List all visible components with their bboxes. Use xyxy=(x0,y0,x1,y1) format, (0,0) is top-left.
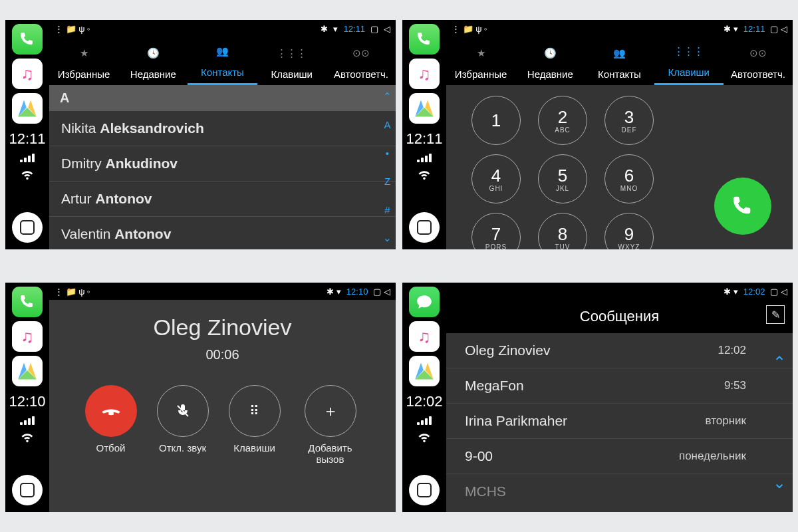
contact-row[interactable]: Artur Antonov xyxy=(49,182,396,217)
app-maps-icon[interactable] xyxy=(409,93,440,124)
key-8[interactable]: 8TUV xyxy=(538,213,587,249)
tab-contacts[interactable]: 👥Контакты xyxy=(188,45,257,85)
signal-icon xyxy=(417,153,432,162)
messages-header: Сообщения ✎ xyxy=(446,300,793,333)
contact-row[interactable]: Dmitry Ankudinov xyxy=(49,146,396,182)
keypad-area: 12ABC3DEF4GHI5JKL6MNO7PQRS8TUV9WXYZ✱0+# xyxy=(446,85,793,249)
home-button[interactable] xyxy=(12,212,43,243)
app-maps-icon[interactable] xyxy=(12,356,43,386)
tab-favorites[interactable]: ★Избранные xyxy=(446,47,515,85)
key-9[interactable]: 9WXYZ xyxy=(604,213,654,249)
section-header: A xyxy=(49,85,396,111)
battery-icon: ▢ xyxy=(370,24,378,34)
signal-icon xyxy=(20,153,35,162)
app-music-icon[interactable]: ♫ xyxy=(409,59,440,89)
tab-favorites[interactable]: ★Избранные xyxy=(49,47,118,85)
tab-recents[interactable]: 🕓Недавние xyxy=(118,47,188,85)
app-maps-icon[interactable] xyxy=(409,356,440,386)
contact-row[interactable]: Valentin Antonov xyxy=(49,217,396,249)
key-5[interactable]: 5JKL xyxy=(538,154,587,203)
messages-title: Сообщения xyxy=(580,308,659,325)
caller-name: Oleg Zinoviev xyxy=(154,315,292,340)
screen-keypad: ♫ 12:11 ⋮ 📁 ψ ◦✱ ▾12:11▢ ◁ ★Избранные 🕓Н… xyxy=(402,20,793,249)
end-call-button[interactable] xyxy=(85,385,137,437)
message-row[interactable]: Irina Parikmaherвторник xyxy=(446,404,793,439)
dock-clock: 12:11 xyxy=(406,130,442,148)
app-phone-icon[interactable] xyxy=(12,24,43,55)
key-2[interactable]: 2ABC xyxy=(538,96,587,145)
screen-messages: ♫ 12:02 ✱ ▾12:02▢ ◁ Сообщения ✎ Oleg Zin… xyxy=(402,283,793,512)
chevron-down-icon[interactable]: ⌄ xyxy=(773,473,786,492)
incall-panel: Oleg Zinoviev 00:06 Отбой Откл. звук ⠿Кл… xyxy=(49,300,396,512)
screen-incall: ♫ 12:10 ⋮ 📁 ψ ◦✱ ▾12:10▢ ◁ Oleg Zinoviev… xyxy=(5,283,396,512)
message-row[interactable]: 9-00понедельник xyxy=(446,439,793,474)
app-messages-icon[interactable] xyxy=(409,287,440,317)
key-7[interactable]: 7PQRS xyxy=(471,213,521,249)
chevron-up-icon[interactable]: ⌃ xyxy=(773,353,786,372)
message-row[interactable]: Oleg Zinoviev12:02 xyxy=(446,333,793,368)
chevron-up-icon[interactable]: ⌃ xyxy=(383,90,392,102)
add-call-button[interactable]: ＋ xyxy=(305,385,356,437)
scroll-indicator[interactable]: ⌃ ⌄ xyxy=(773,353,786,492)
phone-tabs: ★Избранные 🕓Недавние 👥Контакты ⋮⋮⋮Клавиш… xyxy=(49,37,396,85)
call-duration: 00:06 xyxy=(205,347,239,362)
contacts-list: A Nikita Aleksandrovich Dmitry Ankudinov… xyxy=(49,85,396,249)
compose-button[interactable]: ✎ xyxy=(766,305,785,324)
tab-keypad[interactable]: ⋮⋮⋮Клавиши xyxy=(654,45,724,85)
app-music-icon[interactable]: ♫ xyxy=(409,321,440,352)
dock-clock: 12:10 xyxy=(9,393,45,410)
app-maps-icon[interactable] xyxy=(12,93,43,124)
tab-recents[interactable]: 🕓Недавние xyxy=(515,47,585,85)
status-left-icons: ⋮ 📁 ψ ◦ xyxy=(55,24,90,34)
chevron-down-icon[interactable]: ⌄ xyxy=(383,232,392,244)
status-time: 12:11 xyxy=(343,24,365,34)
tab-voicemail[interactable]: ⊙⊙Автоответч. xyxy=(724,47,793,85)
app-music-icon[interactable]: ♫ xyxy=(12,321,43,352)
message-row[interactable]: MCHS xyxy=(446,474,793,509)
app-music-icon[interactable]: ♫ xyxy=(12,59,43,89)
status-bar: ⋮ 📁 ψ ◦ ✱ ▾ 12:11 ▢ ◁ xyxy=(49,20,396,37)
dock-clock: 12:11 xyxy=(9,130,45,148)
dock: ♫ 12:11 xyxy=(402,20,446,249)
home-button[interactable] xyxy=(409,212,440,243)
key-4[interactable]: 4GHI xyxy=(471,154,521,203)
tab-voicemail[interactable]: ⊙⊙Автоответч. xyxy=(327,47,396,85)
end-call-label: Отбой xyxy=(96,442,126,454)
dock-clock: 12:02 xyxy=(406,393,442,410)
tab-contacts[interactable]: 👥Контакты xyxy=(585,47,654,85)
message-row[interactable]: MegaFon9:53 xyxy=(446,368,793,404)
app-phone-icon[interactable] xyxy=(409,24,440,55)
key-6[interactable]: 6MNO xyxy=(604,154,654,203)
bluetooth-icon: ✱ xyxy=(321,24,328,34)
contact-row[interactable]: Nikita Aleksandrovich xyxy=(49,111,396,146)
messages-list: Oleg Zinoviev12:02 MegaFon9:53 Irina Par… xyxy=(446,333,793,512)
dock: ♫ 12:11 xyxy=(5,20,49,249)
app-phone-icon[interactable] xyxy=(12,287,43,317)
mute-button[interactable] xyxy=(157,385,209,437)
home-button[interactable] xyxy=(12,475,43,505)
key-1[interactable]: 1 xyxy=(471,96,521,145)
dial-button[interactable] xyxy=(714,178,771,235)
key-3[interactable]: 3DEF xyxy=(604,96,654,145)
index-scrubber[interactable]: ⌃ A • Z # ⌄ xyxy=(383,90,392,244)
tab-keypad[interactable]: ⋮⋮⋮Клавиши xyxy=(257,47,327,85)
wifi-icon xyxy=(417,166,432,185)
back-icon[interactable]: ◁ xyxy=(384,24,390,34)
wifi-icon xyxy=(20,166,35,185)
home-button[interactable] xyxy=(409,475,440,505)
keypad-button[interactable]: ⠿ xyxy=(229,385,281,437)
wifi-icon: ▾ xyxy=(333,24,338,34)
screen-contacts: ♫ 12:11 ⋮ 📁 ψ ◦ ✱ ▾ 12:11 ▢ ◁ ★Избранные… xyxy=(5,20,396,249)
